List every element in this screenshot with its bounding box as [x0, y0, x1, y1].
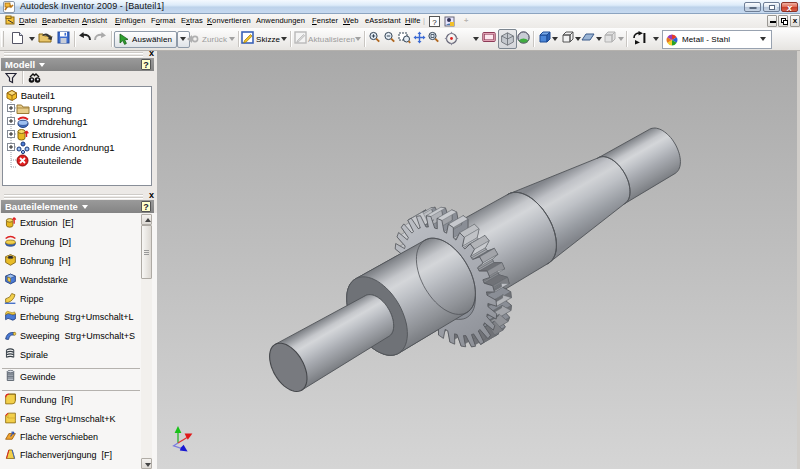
svg-text:?: ? — [432, 18, 437, 27]
